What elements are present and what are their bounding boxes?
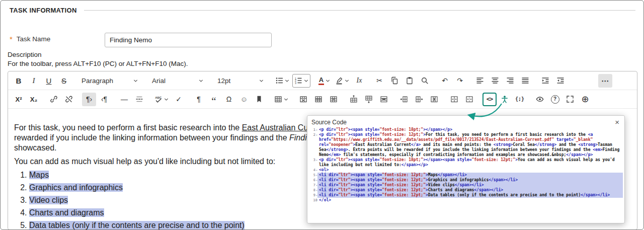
help-button[interactable]: ? bbox=[548, 93, 562, 106]
link-icon bbox=[50, 95, 58, 103]
italic-button[interactable]: I bbox=[27, 74, 41, 88]
undo-button[interactable]: ↶ bbox=[438, 74, 452, 88]
insert-column-left-button[interactable] bbox=[397, 93, 411, 106]
page-break-button[interactable] bbox=[132, 93, 146, 106]
section-header: TASK INFORMATION bbox=[10, 7, 635, 14]
show-invisibles-button[interactable]: ¶ bbox=[192, 93, 206, 106]
chevron-down-icon bbox=[326, 79, 330, 83]
table-icon bbox=[274, 95, 282, 103]
bullet-list-icon bbox=[275, 76, 283, 85]
source-code-button[interactable]: <> bbox=[482, 93, 497, 106]
accessibility-checker-icon bbox=[501, 95, 509, 103]
selected-text: Graphics and infographics bbox=[29, 183, 123, 192]
chevron-down-icon bbox=[164, 98, 169, 101]
chevron-down-icon bbox=[345, 79, 349, 83]
code-line: 7▾<li dir="ltr"><span style="font-size: … bbox=[308, 183, 623, 188]
dialog-header: Source Code × bbox=[307, 116, 624, 127]
insert-column-right-button[interactable] bbox=[412, 93, 426, 106]
italic-icon: I bbox=[33, 77, 35, 85]
row-properties-button[interactable] bbox=[311, 93, 326, 106]
underline-button[interactable]: U bbox=[42, 74, 56, 88]
line-number: 9▾ bbox=[308, 193, 317, 198]
horizontal-rule-button[interactable]: — bbox=[117, 93, 131, 106]
table-button[interactable] bbox=[272, 93, 290, 106]
clear-formatting-button[interactable]: Ix bbox=[352, 74, 366, 88]
code-text: <ol> bbox=[317, 168, 623, 173]
justify-icon bbox=[521, 76, 529, 85]
fullscreen-button[interactable] bbox=[563, 93, 577, 106]
editor-toolbar-row-2: X²X₂¶›‹¶—ABC✓¶“Ω☺<>{;}?⊕ bbox=[8, 90, 637, 109]
code-sample-button[interactable]: {;} bbox=[513, 93, 527, 106]
split-cell-icon bbox=[465, 95, 473, 103]
text-run: For this task, you need to perform a fir… bbox=[14, 123, 242, 132]
split-cell-button[interactable] bbox=[462, 93, 476, 106]
insert-row-above-button[interactable] bbox=[347, 93, 361, 106]
subscript-icon: X₂ bbox=[30, 96, 37, 103]
text-color-icon: A bbox=[318, 76, 324, 85]
numbered-list-icon: 123 bbox=[294, 76, 302, 85]
merge-cells-icon bbox=[450, 95, 458, 103]
delete-column-button[interactable] bbox=[427, 93, 441, 106]
unlink-button[interactable] bbox=[62, 93, 76, 106]
clear-formatting-icon: Ix bbox=[357, 77, 362, 84]
checkmark-icon: ✓ bbox=[176, 96, 182, 103]
code-text: </ol> bbox=[317, 198, 623, 203]
delete-row-button[interactable] bbox=[377, 93, 391, 106]
chevron-down-icon bbox=[304, 79, 308, 83]
special-character-button[interactable]: Ω bbox=[222, 93, 236, 106]
insert-row-below-button[interactable] bbox=[362, 93, 376, 106]
code-text: <p dir="ltr"><span style="font-size: 18p… bbox=[317, 158, 623, 168]
paste-button[interactable] bbox=[403, 74, 417, 88]
bullet-list-button[interactable] bbox=[273, 74, 291, 88]
align-right-button[interactable] bbox=[503, 74, 517, 88]
source-code-dialog: Source Code × 1▾<p dir="ltr"><span style… bbox=[307, 115, 625, 223]
checkmark-button[interactable]: ✓ bbox=[172, 93, 186, 106]
spellcheck-icon: ABC bbox=[154, 95, 163, 103]
copy-button[interactable] bbox=[387, 74, 401, 88]
source-code-editor[interactable]: 1▾<p dir="ltr"><span style="font-size: 1… bbox=[307, 127, 624, 223]
cell-properties-button[interactable] bbox=[327, 93, 341, 106]
more-toolbar-button[interactable]: ⋯ bbox=[598, 74, 612, 88]
redo-button[interactable]: ↷ bbox=[453, 74, 467, 88]
subscript-button[interactable]: X₂ bbox=[27, 93, 41, 106]
bold-button[interactable]: B bbox=[12, 74, 26, 88]
font-size-select[interactable]: 12pt bbox=[213, 74, 267, 88]
numbered-list-button[interactable]: 123 bbox=[292, 74, 310, 88]
blockquote-button[interactable]: “ bbox=[207, 93, 221, 106]
source-code-icon: <> bbox=[487, 96, 493, 102]
indent-icon bbox=[541, 76, 549, 85]
code-text: <li dir="ltr"><span style="font-size: 12… bbox=[317, 188, 623, 193]
preview-button[interactable] bbox=[533, 93, 547, 106]
task-name-input[interactable] bbox=[105, 33, 272, 47]
font-family-select[interactable]: Arial bbox=[147, 74, 207, 88]
right-to-left-button[interactable]: ‹¶ bbox=[97, 93, 111, 106]
bookmark-icon bbox=[255, 95, 263, 103]
close-icon[interactable]: × bbox=[614, 118, 620, 126]
cut-button[interactable]: ✂ bbox=[372, 74, 386, 88]
outdent-button[interactable] bbox=[553, 74, 568, 88]
highlight-color-button[interactable] bbox=[333, 74, 351, 88]
merge-cells-button[interactable] bbox=[447, 93, 461, 106]
accessibility-checker-button[interactable] bbox=[498, 93, 512, 106]
search-button[interactable] bbox=[418, 74, 432, 88]
justify-button[interactable] bbox=[518, 74, 532, 88]
left-to-right-button[interactable]: ¶› bbox=[82, 93, 96, 106]
code-text: <p dir="ltr"><span style="font-size: 18p… bbox=[317, 127, 623, 132]
add-content-button[interactable]: ⊕ bbox=[578, 93, 592, 106]
emoticons-button[interactable]: ☺ bbox=[237, 93, 251, 106]
code-sample-icon: {;} bbox=[515, 97, 524, 102]
align-left-button[interactable] bbox=[473, 74, 487, 88]
paragraph-format-select[interactable]: Paragraph bbox=[77, 74, 141, 88]
delete-table-button[interactable] bbox=[296, 93, 310, 106]
align-center-button[interactable] bbox=[488, 74, 502, 88]
bookmark-button[interactable] bbox=[252, 93, 266, 106]
strikethrough-button[interactable]: S bbox=[57, 74, 71, 88]
link-button[interactable] bbox=[47, 93, 61, 106]
superscript-button[interactable]: X² bbox=[12, 93, 26, 106]
delete-column-icon bbox=[430, 95, 438, 103]
spellcheck-button[interactable]: ABC bbox=[152, 93, 171, 106]
indent-button[interactable] bbox=[538, 74, 552, 88]
text-color-button[interactable]: A bbox=[316, 74, 332, 88]
code-line: 2▾<p dir="ltr"><span style="font-size: 1… bbox=[308, 132, 623, 158]
code-line: 9▾<li dir="ltr"><span style="font-size: … bbox=[308, 193, 623, 198]
